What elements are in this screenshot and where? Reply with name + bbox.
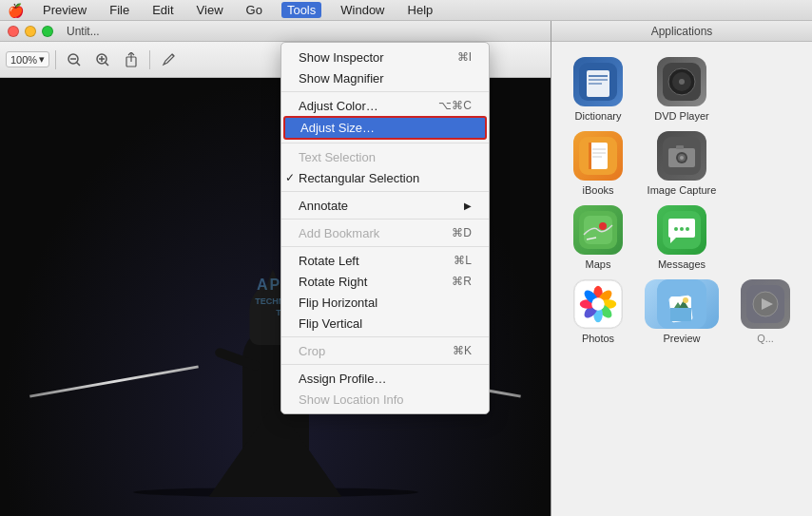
menu-item-show-magnifier[interactable]: Show Magnifier xyxy=(281,67,489,88)
minimize-button[interactable] xyxy=(25,26,36,37)
menubar-window[interactable]: Window xyxy=(337,3,388,17)
apple-menu[interactable]: 🍎 xyxy=(8,3,24,18)
apps-panel-wrapper: Dictionary DVD Player xyxy=(551,42,812,516)
menu-label: Rotate Right xyxy=(299,275,367,289)
app-label: Maps xyxy=(586,258,611,270)
photos-icon xyxy=(573,279,623,329)
menu-label: Rectangular Selection xyxy=(299,171,419,185)
menu-sep-5 xyxy=(281,246,489,247)
window-titlebar: Untit... xyxy=(0,21,551,42)
app-label: DVD Player xyxy=(654,110,708,122)
menu-item-add-bookmark: Add Bookmark ⌘D xyxy=(281,222,489,243)
app-label: Q... xyxy=(757,333,774,344)
grid-spacer-1 xyxy=(728,57,802,122)
app-item-messages[interactable]: Messages xyxy=(645,205,719,270)
menu-shortcut: ⌘L xyxy=(454,254,472,267)
close-button[interactable] xyxy=(8,26,19,37)
app-label: iBooks xyxy=(582,184,613,196)
photos-icon-svg xyxy=(574,279,622,329)
menu-item-assign-profile[interactable]: Assign Profile… xyxy=(281,368,489,389)
menu-label: Adjust Size… xyxy=(300,121,375,135)
menu-item-rotate-left[interactable]: Rotate Left ⌘L xyxy=(281,250,489,271)
imagecapture-icon-svg xyxy=(663,137,701,175)
app-item-quicktime[interactable]: Q... xyxy=(728,279,802,344)
grid-spacer-3 xyxy=(728,205,802,270)
menubar: 🍎 Preview File Edit View Go Tools Window… xyxy=(0,0,812,21)
zoom-out-icon xyxy=(68,53,81,67)
menu-item-flip-horizontal[interactable]: Flip Horizontal xyxy=(281,292,489,313)
menu-item-adjust-color[interactable]: Adjust Color… ⌥⌘C xyxy=(281,95,489,116)
menubar-go[interactable]: Go xyxy=(242,3,266,17)
svg-point-18 xyxy=(679,79,685,85)
svg-point-30 xyxy=(680,156,684,160)
menu-item-annotate[interactable]: Annotate ▶ xyxy=(281,195,489,216)
menu-sep-6 xyxy=(281,336,489,337)
menubar-help[interactable]: Help xyxy=(404,3,437,17)
menu-item-rotate-right[interactable]: Rotate Right ⌘R xyxy=(281,271,489,292)
share-icon xyxy=(125,52,138,67)
maps-icon-svg xyxy=(579,211,617,249)
zoom-out-button[interactable] xyxy=(62,48,87,71)
markup-button[interactable] xyxy=(156,48,183,71)
svg-point-56 xyxy=(683,297,688,303)
image-capture-icon xyxy=(657,131,706,181)
menubar-preview[interactable]: Preview xyxy=(39,3,90,17)
app-item-photos[interactable]: Photos xyxy=(561,279,635,344)
size-selector[interactable]: 100% ▾ xyxy=(6,51,49,67)
app-label: Messages xyxy=(658,258,706,270)
svg-rect-22 xyxy=(589,143,591,169)
maps-icon xyxy=(573,205,623,255)
menu-shortcut: ⌘I xyxy=(457,50,472,64)
menu-item-text-selection: Text Selection xyxy=(281,146,489,167)
menu-item-flip-vertical[interactable]: Flip Vertical xyxy=(281,313,489,334)
preview-window: Untit... 100% ▾ xyxy=(0,21,551,516)
menu-item-adjust-size[interactable]: Adjust Size… xyxy=(283,116,487,140)
app-item-maps[interactable]: Maps xyxy=(561,205,635,270)
ibooks-icon-svg xyxy=(579,137,617,175)
menu-label: Assign Profile… xyxy=(299,372,386,386)
toolbar-sep-1 xyxy=(55,50,56,69)
menu-sep-2 xyxy=(281,143,489,143)
svg-rect-31 xyxy=(676,145,684,149)
apps-grid: Dictionary DVD Player xyxy=(551,42,812,359)
chevron-down-icon: ▾ xyxy=(39,53,45,66)
menu-label: Crop xyxy=(299,344,325,358)
menu-sep-1 xyxy=(281,91,489,92)
svg-point-36 xyxy=(674,227,678,231)
ibooks-icon xyxy=(573,131,623,181)
menubar-file[interactable]: File xyxy=(106,3,133,17)
svg-line-2 xyxy=(77,62,81,66)
blade-left xyxy=(29,365,199,397)
menu-item-crop: Crop ⌘K xyxy=(281,340,489,361)
messages-icon xyxy=(657,205,706,255)
menu-item-show-inspector[interactable]: Show Inspector ⌘I xyxy=(281,47,489,67)
quicktime-icon-svg xyxy=(746,285,784,323)
menubar-tools[interactable]: Tools xyxy=(281,2,321,18)
menubar-view[interactable]: View xyxy=(193,3,227,17)
maximize-button[interactable] xyxy=(42,26,53,37)
menu-sep-4 xyxy=(281,219,489,220)
apps-panel: Applications Dictionary xyxy=(551,21,812,516)
svg-point-37 xyxy=(680,227,684,231)
menu-shortcut: ⌥⌘C xyxy=(438,99,472,112)
app-item-image-capture[interactable]: Image Capture xyxy=(645,131,719,196)
app-item-dvd-player[interactable]: DVD Player xyxy=(645,57,719,122)
app-item-dictionary[interactable]: Dictionary xyxy=(561,57,635,122)
submenu-arrow-icon: ▶ xyxy=(464,201,472,211)
menubar-edit[interactable]: Edit xyxy=(148,3,177,17)
app-item-ibooks[interactable]: iBooks xyxy=(561,131,635,196)
app-item-preview[interactable]: Preview xyxy=(645,279,719,344)
tools-menu: Show Inspector ⌘I Show Magnifier Adjust … xyxy=(280,42,490,414)
zoom-in-button[interactable] xyxy=(90,48,115,71)
grid-spacer-2 xyxy=(728,131,802,196)
dictionary-icon-svg xyxy=(579,63,617,101)
svg-line-9 xyxy=(172,54,174,56)
menu-label: Show Magnifier xyxy=(299,71,384,86)
apps-title: Applications xyxy=(651,25,713,38)
menu-label: Adjust Color… xyxy=(299,99,378,113)
menu-label: Annotate xyxy=(299,199,348,213)
menu-label: Show Location Info xyxy=(299,392,404,407)
menu-item-rectangular-selection[interactable]: ✓ Rectangular Selection xyxy=(281,167,489,188)
svg-rect-53 xyxy=(670,308,691,321)
share-button[interactable] xyxy=(119,48,144,71)
